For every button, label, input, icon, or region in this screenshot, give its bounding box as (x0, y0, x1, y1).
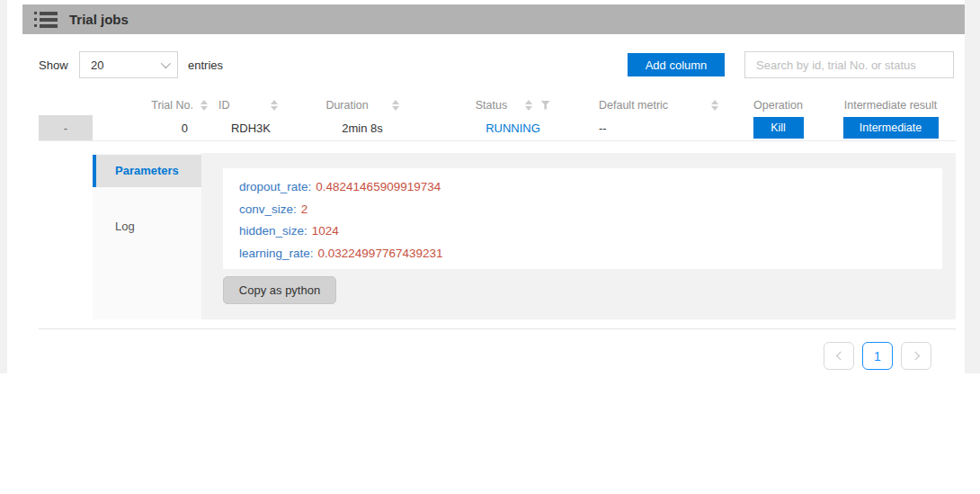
parameter-value: 2 (301, 202, 308, 216)
trial-jobs-page: Trial jobs Show 20 entries Add column Tr… (0, 0, 980, 494)
cell-operation: Kill (731, 115, 825, 140)
chevron-down-icon (161, 58, 171, 68)
trial-jobs-table: Trial No. ID Duration Status (39, 94, 956, 141)
header-intermediate-result: Intermediate result (825, 94, 956, 115)
parameter-line: dropout_rate:0.48241465909919734 (239, 176, 926, 199)
trial-detail-panel: Parameters Log dropout_rate:0.4824146590… (93, 153, 956, 319)
parameter-key: learning_rate: (239, 247, 314, 260)
cell-duration: 2min 8s (290, 115, 434, 140)
header-duration[interactable]: Duration (290, 94, 434, 115)
footer-divider (39, 328, 956, 329)
parameter-value: 0.48241465909919734 (316, 180, 441, 193)
entries-label: entries (188, 58, 223, 72)
table-row: - 0 RDH3K 2min 8s RUNNING -- Kill Interm… (39, 115, 956, 141)
table-header-row: Trial No. ID Duration Status (39, 94, 956, 115)
sort-icon[interactable] (200, 100, 208, 111)
parameter-key: dropout_rate: (239, 180, 311, 193)
header-default-metric[interactable]: Default metric (592, 94, 731, 115)
parameters-panel: dropout_rate:0.48241465909919734 conv_si… (223, 168, 942, 269)
page-size-select[interactable]: 20 (79, 51, 178, 78)
parameter-line: learning_rate:0.03224997767439231 (239, 243, 926, 265)
parameter-line: conv_size:2 (239, 199, 926, 221)
sort-icon[interactable] (271, 100, 278, 111)
page-size-value: 20 (91, 58, 103, 72)
row-expander-toggle[interactable]: - (39, 115, 93, 140)
page-title: Trial jobs (69, 12, 129, 27)
filter-icon[interactable] (540, 101, 550, 110)
detail-tab-list: Parameters Log (93, 153, 201, 319)
header-status[interactable]: Status (434, 94, 592, 115)
parameter-key: conv_size: (239, 202, 297, 216)
parameter-line: hidden_size:1024 (239, 220, 926, 243)
cell-intermediate-result: Intermediate (825, 115, 956, 140)
search-input[interactable] (744, 51, 954, 78)
parameter-key: hidden_size: (239, 224, 307, 238)
cell-status: RUNNING (434, 115, 592, 140)
parameter-value: 1024 (312, 224, 339, 238)
header-id[interactable]: ID (211, 94, 290, 115)
next-page-button[interactable] (901, 342, 931, 370)
copy-as-python-button[interactable]: Copy as python (223, 276, 336, 304)
current-page-button[interactable]: 1 (862, 342, 893, 370)
cell-default-metric: -- (592, 115, 731, 140)
titlebar: Trial jobs (22, 4, 965, 34)
tab-parameters[interactable]: Parameters (93, 155, 201, 187)
tab-log[interactable]: Log (93, 213, 201, 240)
show-label: Show (39, 58, 68, 72)
chevron-right-icon (911, 352, 920, 361)
cell-id: RDH3K (211, 115, 290, 140)
chevron-left-icon (835, 352, 844, 361)
trial-jobs-card: Trial jobs Show 20 entries Add column Tr… (7, 0, 965, 373)
page-background: Trial jobs Show 20 entries Add column Tr… (0, 0, 980, 373)
header-trial-no[interactable]: Trial No. (93, 94, 211, 115)
add-column-button[interactable]: Add column (628, 53, 725, 76)
list-icon (34, 12, 58, 28)
sort-icon[interactable] (711, 100, 718, 111)
pagination: 1 (824, 342, 931, 370)
intermediate-button[interactable]: Intermediate (843, 117, 939, 139)
sort-icon[interactable] (392, 100, 399, 111)
parameter-value: 0.03224997767439231 (318, 247, 443, 260)
sort-icon[interactable] (525, 100, 532, 111)
kill-button[interactable]: Kill (753, 117, 804, 139)
prev-page-button[interactable] (824, 342, 854, 370)
cell-trial-no: 0 (93, 115, 211, 140)
header-operation: Operation (731, 94, 825, 115)
header-expander-column (39, 94, 93, 115)
